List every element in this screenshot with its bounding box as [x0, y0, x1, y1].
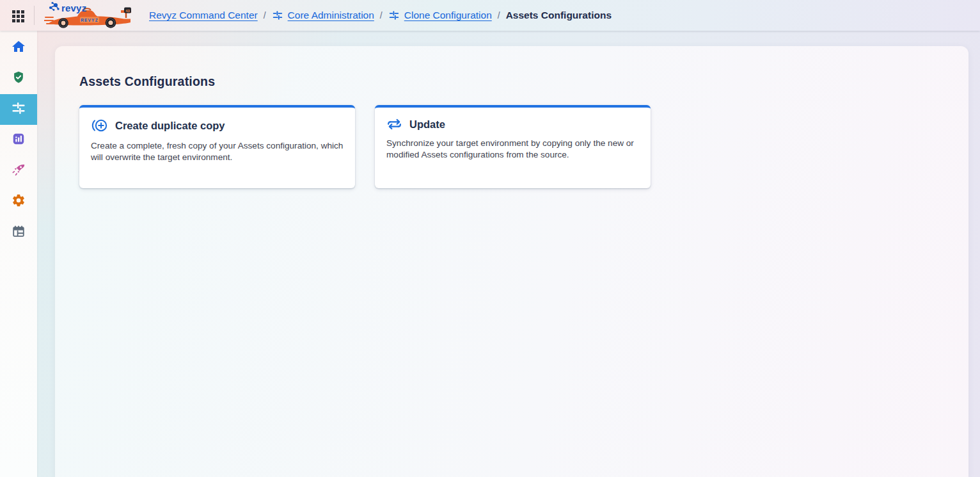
rocket-icon [12, 163, 26, 180]
tune-icon [388, 10, 400, 21]
sidebar-item-settings[interactable] [0, 186, 37, 217]
swap-arrows-icon [386, 118, 402, 131]
bar-chart-icon [12, 132, 26, 149]
calendar-table-icon [12, 224, 26, 241]
page-background: Assets Configurations Create duplicate c… [0, 31, 980, 477]
breadcrumb-link-command-center[interactable]: Revyz Command Center [149, 10, 258, 21]
card-title: Create duplicate copy [115, 120, 225, 132]
breadcrumb-link-core-administration[interactable]: Core Administration [288, 10, 374, 21]
breadcrumb-separator: / [498, 10, 500, 20]
sidebar-item-security[interactable] [0, 63, 37, 94]
sidebar [0, 31, 37, 477]
card-description: Create a complete, fresh copy of your As… [91, 140, 344, 163]
sidebar-item-analytics[interactable] [0, 125, 37, 156]
top-header: REVYZ 43 revyz Revyz Command Center / [0, 0, 980, 31]
card-title: Update [409, 118, 445, 131]
breadcrumb-separator: / [264, 10, 266, 20]
main-panel: Assets Configurations Create duplicate c… [55, 46, 968, 477]
card-create-duplicate-copy[interactable]: Create duplicate copy Create a complete,… [79, 105, 355, 188]
tune-icon [11, 101, 26, 118]
breadcrumb-current-page: Assets Configurations [506, 10, 612, 21]
sidebar-item-home[interactable] [0, 33, 37, 63]
logo-wordmark: revyz [61, 3, 86, 13]
card-update[interactable]: Update Synchronize your target environme… [375, 105, 651, 188]
sidebar-item-clone-configuration[interactable] [0, 94, 37, 125]
sidebar-item-launch[interactable] [0, 156, 37, 186]
action-cards: Create duplicate copy Create a complete,… [79, 105, 944, 188]
breadcrumb-link-clone-configuration[interactable]: Clone Configuration [404, 10, 492, 21]
car-number: 43 [125, 9, 130, 13]
card-description: Synchronize your target environment by c… [386, 138, 639, 160]
tune-icon [272, 10, 283, 21]
gear-icon [12, 193, 26, 210]
copy-plus-icon [91, 118, 108, 133]
header-divider [34, 6, 35, 25]
breadcrumb-separator: / [380, 10, 383, 20]
home-icon [11, 39, 26, 57]
molecule-icon [47, 1, 61, 14]
shield-check-icon [12, 70, 26, 87]
car-label: REVYZ [81, 18, 99, 22]
sidebar-item-schedule[interactable] [0, 217, 37, 248]
breadcrumb: Revyz Command Center / Core Administrati… [149, 10, 612, 21]
app-grid-icon[interactable] [10, 8, 26, 23]
revyz-logo[interactable]: REVYZ 43 revyz [43, 1, 136, 30]
page-title: Assets Configurations [79, 74, 944, 89]
